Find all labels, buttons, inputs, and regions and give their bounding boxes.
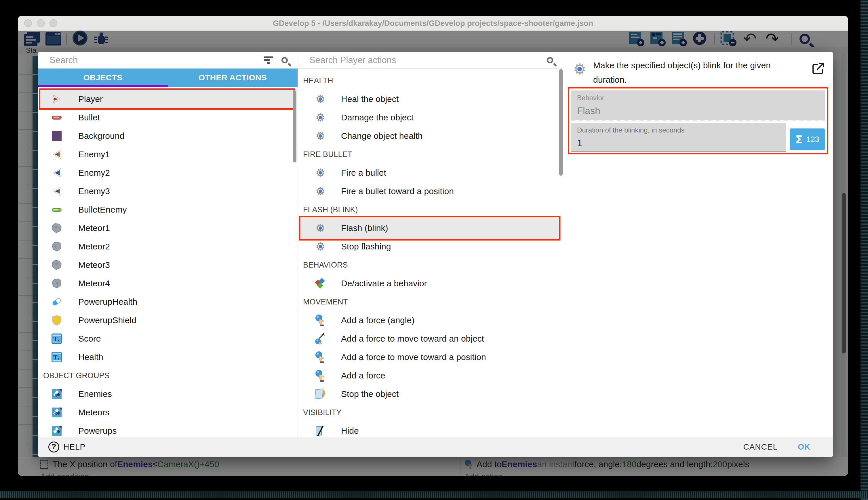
list-item-meteor3[interactable]: Meteor3: [38, 256, 297, 274]
help-label: HELP: [63, 442, 85, 452]
svg-text:x: x: [58, 338, 60, 342]
object-name: Meteor2: [78, 242, 110, 251]
object-group-icon: [51, 425, 62, 436]
action-label: Stop the object: [341, 389, 399, 399]
object-group-icon: [51, 388, 62, 399]
action-item-stop-flashing[interactable]: ⚙ Stop flashing: [298, 237, 563, 256]
cancel-button[interactable]: CANCEL: [743, 442, 778, 452]
action-item-add-force-angle[interactable]: Add a force (angle): [298, 311, 563, 329]
list-item-group-powerups[interactable]: Powerups: [38, 422, 297, 436]
list-item-health[interactable]: Tx Health: [38, 348, 297, 366]
object-name: Enemy2: [78, 168, 110, 178]
behavior-gear-icon: ⚙: [315, 130, 326, 142]
tab-label: OBJECTS: [83, 73, 122, 82]
action-item-force-toward-position[interactable]: Add a force to move toward a position: [298, 348, 563, 366]
behavior-gear-icon: ⚙: [315, 222, 326, 234]
action-item-fire-bullet-position[interactable]: ⚙ Fire a bullet toward a position: [298, 182, 563, 201]
action-item-heal[interactable]: ⚙ Heal the object: [298, 90, 563, 108]
desktop-wallpaper: [0, 491, 868, 498]
action-description-block: ⚙ Make the specified object(s) blink for…: [563, 52, 833, 87]
list-item-enemy3[interactable]: Enemy3: [38, 182, 297, 201]
action-item-damage[interactable]: ⚙ Damage the object: [298, 108, 563, 127]
action-label: Fire a bullet: [341, 168, 386, 178]
titlebar: GDevelop 5 - /Users/dkarakay/Documents/G…: [18, 16, 848, 31]
search-icon[interactable]: [281, 57, 288, 64]
duration-field[interactable]: Duration of the blinking, in seconds 1: [571, 123, 786, 151]
action-item-change-health[interactable]: ⚙ Change object health: [298, 127, 563, 145]
section-header: MOVEMENT: [298, 293, 563, 311]
search-icon[interactable]: [547, 57, 553, 64]
list-item-background[interactable]: Background: [38, 127, 297, 145]
behavior-field-value: Flash: [577, 105, 600, 116]
list-item-group-enemies[interactable]: Enemies: [38, 385, 297, 403]
list-item-meteor4[interactable]: Meteor4: [38, 274, 297, 293]
purple-square-icon: [51, 130, 62, 141]
force-hand-icon: [315, 315, 326, 326]
object-name: Meteor4: [78, 279, 110, 288]
list-item-bulletenemy[interactable]: BulletEnemy: [38, 201, 297, 219]
action-item-hide[interactable]: Hide: [298, 422, 563, 436]
list-item-meteor2[interactable]: Meteor2: [38, 237, 297, 256]
behavior-colored-icon: [315, 278, 326, 289]
expression-editor-button[interactable]: Σ 123: [790, 128, 825, 150]
object-name: Enemy1: [78, 149, 110, 159]
object-name: Background: [78, 131, 124, 141]
expression-button-label: 123: [806, 135, 819, 144]
objects-tabs: OBJECTS OTHER ACTIONS: [38, 69, 297, 87]
list-item-player[interactable]: Player: [38, 90, 297, 108]
action-item-stop-object[interactable]: Stop the object: [298, 385, 563, 403]
action-label: Fire a bullet toward a position: [341, 186, 454, 196]
list-item-bullet[interactable]: Bullet: [38, 108, 297, 127]
action-label: Change object health: [341, 131, 423, 141]
objects-search-input[interactable]: [49, 55, 264, 66]
gdevelop-window: GDevelop 5 - /Users/dkarakay/Documents/G…: [18, 16, 848, 476]
list-item-enemy1[interactable]: Enemy1: [38, 145, 297, 163]
actions-scrollbar-thumb[interactable]: [559, 69, 563, 176]
group-name: Powerups: [78, 426, 117, 436]
list-item-poweruphealth[interactable]: PowerupHealth: [38, 293, 297, 311]
active-tab-indicator: [38, 85, 168, 87]
desktop-wallpaper: [860, 0, 868, 500]
list-item-powerupshield[interactable]: PowerupShield: [38, 311, 297, 329]
action-item-fire-bullet[interactable]: ⚙ Fire a bullet: [298, 163, 563, 182]
ok-button[interactable]: OK: [798, 442, 810, 452]
section-header: HEALTH: [298, 71, 563, 90]
gray-ship-icon: [51, 186, 62, 197]
action-label: Damage the object: [341, 113, 413, 122]
open-in-new-icon[interactable]: [811, 62, 824, 76]
svg-text:T: T: [53, 354, 58, 361]
behavior-field[interactable]: Behavior Flash: [571, 90, 825, 121]
action-item-add-force[interactable]: Add a force: [298, 366, 563, 385]
hide-slash-icon: [315, 425, 326, 436]
dialog-footer: ? HELP CANCEL OK: [38, 436, 833, 457]
action-item-deactivate-behavior[interactable]: De/activate a behavior: [298, 274, 563, 293]
blue-ship-icon: [51, 167, 62, 178]
player-ship-icon: [51, 94, 62, 104]
parameters-panel: ⚙ Make the specified object(s) blink for…: [563, 52, 833, 436]
green-capsule-icon: [51, 204, 62, 215]
list-item-enemy2[interactable]: Enemy2: [38, 163, 297, 182]
object-name: PowerupHealth: [78, 297, 137, 307]
filter-icon[interactable]: [264, 56, 274, 64]
actions-search-input[interactable]: [309, 55, 547, 66]
help-button[interactable]: ? HELP: [48, 442, 85, 453]
object-name: Meteor3: [78, 260, 110, 270]
objects-panel: OBJECTS OTHER ACTIONS Player: [38, 52, 298, 436]
duration-field-value: 1: [577, 138, 582, 149]
list-item-group-meteors[interactable]: Meteors: [38, 403, 297, 422]
list-item-meteor1[interactable]: Meteor1: [38, 219, 297, 237]
tab-other-actions[interactable]: OTHER ACTIONS: [168, 69, 297, 87]
behavior-gear-icon: ⚙: [315, 185, 326, 197]
action-item-flash-blink[interactable]: ⚙ Flash (blink): [298, 219, 563, 237]
list-item-score[interactable]: Tx Score: [38, 329, 297, 348]
text-object-icon: Tx: [51, 333, 62, 344]
red-capsule-icon: [51, 112, 62, 123]
meteor-rock-icon: [51, 278, 62, 289]
action-item-force-toward-object[interactable]: Add a force to move toward an object: [298, 329, 563, 348]
object-name: Meteor1: [78, 223, 110, 233]
object-name: Health: [78, 352, 103, 362]
action-label: Add a force: [341, 371, 385, 380]
help-icon: ?: [48, 442, 59, 453]
tab-objects[interactable]: OBJECTS: [38, 69, 168, 87]
objects-scrollbar-thumb[interactable]: [293, 90, 296, 162]
